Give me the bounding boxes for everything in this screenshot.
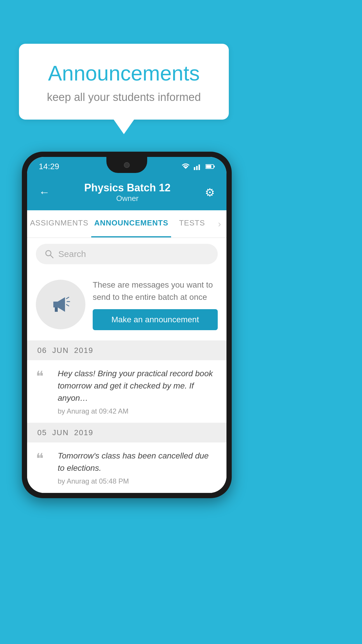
announcement-content-1: Hey class! Bring your practical record b… (58, 368, 218, 415)
speech-bubble-title: Announcements (34, 61, 214, 85)
tab-assignments[interactable]: ASSIGNMENTS (27, 210, 91, 237)
app-header: ← Physics Batch 12 Owner ⚙ (27, 176, 226, 210)
svg-rect-5 (206, 165, 211, 168)
promo-section: These are messages you want to send to t… (27, 270, 226, 341)
make-announcement-button[interactable]: Make an announcement (93, 309, 218, 330)
speech-bubble-tail (114, 120, 134, 134)
megaphone-icon (48, 291, 74, 318)
promo-description: These are messages you want to send to t… (93, 279, 218, 303)
settings-icon[interactable]: ⚙ (205, 186, 215, 199)
tabs-container: ASSIGNMENTS ANNOUNCEMENTS TESTS › (27, 210, 226, 238)
search-bar[interactable]: Search (36, 244, 218, 264)
announcement-item-2[interactable]: ❝ Tomorrow's class has been cancelled du… (27, 442, 226, 493)
search-icon (45, 249, 54, 259)
wifi-icon (181, 163, 190, 170)
date-separator-2: 05 JUN 2019 (27, 423, 226, 442)
date-label-1: 06 JUN 2019 (37, 346, 93, 355)
search-container: Search (27, 238, 226, 270)
date-label-2: 05 JUN 2019 (37, 428, 93, 437)
status-icons (181, 163, 215, 170)
status-bar: 14:29 (27, 157, 226, 176)
svg-marker-0 (183, 167, 188, 169)
status-time: 14:29 (39, 162, 59, 171)
announcement-text-1: Hey class! Bring your practical record b… (58, 368, 218, 404)
svg-line-8 (50, 255, 53, 258)
phone-screen: 14:29 (27, 157, 226, 493)
svg-rect-1 (194, 167, 195, 170)
back-button[interactable]: ← (39, 186, 50, 199)
speech-bubble-container: Announcements keep all your students inf… (19, 44, 229, 134)
search-input-placeholder[interactable]: Search (58, 249, 86, 259)
tab-announcements[interactable]: ANNOUNCEMENTS (91, 210, 171, 237)
signal-icon (194, 163, 202, 170)
svg-rect-6 (214, 166, 215, 167)
svg-rect-3 (198, 164, 200, 170)
promo-icon-circle (36, 280, 85, 329)
quote-icon-2: ❝ (36, 451, 52, 485)
promo-content: These are messages you want to send to t… (93, 279, 218, 330)
svg-line-12 (66, 304, 69, 306)
announcement-text-2: Tomorrow's class has been cancelled due … (58, 450, 218, 474)
announcement-content-2: Tomorrow's class has been cancelled due … (58, 450, 218, 485)
tab-tests[interactable]: TESTS (171, 210, 213, 237)
camera-dot (124, 162, 130, 168)
svg-rect-2 (196, 166, 198, 170)
notch (106, 157, 147, 173)
speech-bubble: Announcements keep all your students inf… (19, 44, 229, 120)
phone-container: 14:29 (22, 152, 232, 498)
header-subtitle: Owner (84, 194, 171, 203)
svg-rect-9 (53, 302, 58, 307)
phone-frame: 14:29 (22, 152, 232, 498)
battery-icon (205, 164, 215, 169)
announcement-author-2: by Anurag at 05:48 PM (58, 477, 218, 485)
date-separator-1: 06 JUN 2019 (27, 341, 226, 360)
header-title: Physics Batch 12 (84, 182, 171, 194)
speech-bubble-subtitle: keep all your students informed (34, 91, 214, 104)
header-title-group: Physics Batch 12 Owner (84, 182, 171, 203)
quote-icon-1: ❝ (36, 369, 52, 415)
svg-line-10 (66, 297, 69, 299)
tab-more[interactable]: › (213, 210, 226, 237)
announcement-author-1: by Anurag at 09:42 AM (58, 407, 218, 415)
announcement-item-1[interactable]: ❝ Hey class! Bring your practical record… (27, 360, 226, 423)
